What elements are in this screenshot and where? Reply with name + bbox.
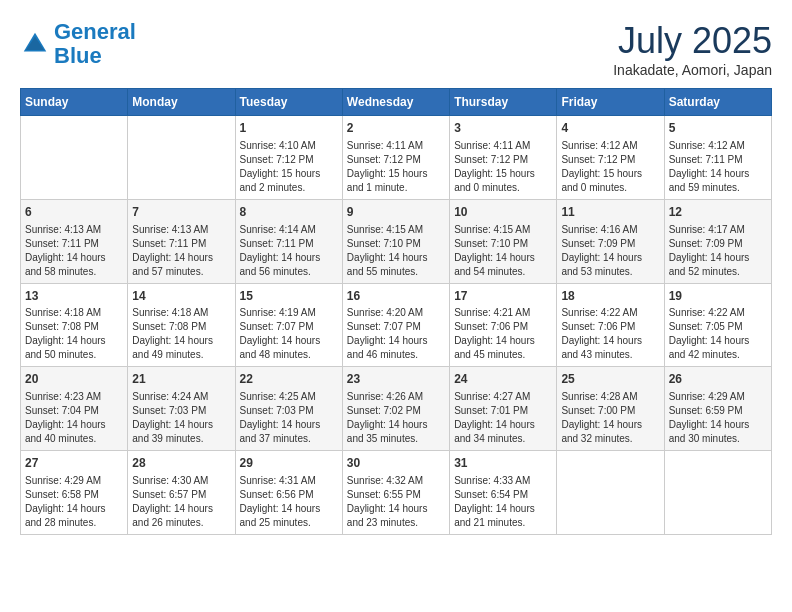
day-info: Sunrise: 4:23 AM Sunset: 7:04 PM Dayligh…: [25, 390, 123, 446]
day-number: 4: [561, 120, 659, 137]
day-info: Sunrise: 4:24 AM Sunset: 7:03 PM Dayligh…: [132, 390, 230, 446]
day-info: Sunrise: 4:25 AM Sunset: 7:03 PM Dayligh…: [240, 390, 338, 446]
calendar-cell: 18Sunrise: 4:22 AM Sunset: 7:06 PM Dayli…: [557, 283, 664, 367]
calendar-cell: 31Sunrise: 4:33 AM Sunset: 6:54 PM Dayli…: [450, 451, 557, 535]
day-number: 3: [454, 120, 552, 137]
calendar-week-row: 20Sunrise: 4:23 AM Sunset: 7:04 PM Dayli…: [21, 367, 772, 451]
calendar-week-row: 6Sunrise: 4:13 AM Sunset: 7:11 PM Daylig…: [21, 199, 772, 283]
day-info: Sunrise: 4:27 AM Sunset: 7:01 PM Dayligh…: [454, 390, 552, 446]
month-title: July 2025: [613, 20, 772, 62]
calendar-cell: 10Sunrise: 4:15 AM Sunset: 7:10 PM Dayli…: [450, 199, 557, 283]
day-number: 6: [25, 204, 123, 221]
day-number: 22: [240, 371, 338, 388]
calendar-cell: 27Sunrise: 4:29 AM Sunset: 6:58 PM Dayli…: [21, 451, 128, 535]
day-number: 17: [454, 288, 552, 305]
weekday-header: Thursday: [450, 89, 557, 116]
day-number: 28: [132, 455, 230, 472]
calendar-week-row: 13Sunrise: 4:18 AM Sunset: 7:08 PM Dayli…: [21, 283, 772, 367]
calendar-cell: 9Sunrise: 4:15 AM Sunset: 7:10 PM Daylig…: [342, 199, 449, 283]
calendar-cell: [557, 451, 664, 535]
day-info: Sunrise: 4:18 AM Sunset: 7:08 PM Dayligh…: [132, 306, 230, 362]
calendar-week-row: 27Sunrise: 4:29 AM Sunset: 6:58 PM Dayli…: [21, 451, 772, 535]
calendar-cell: 14Sunrise: 4:18 AM Sunset: 7:08 PM Dayli…: [128, 283, 235, 367]
day-info: Sunrise: 4:31 AM Sunset: 6:56 PM Dayligh…: [240, 474, 338, 530]
calendar-cell: 19Sunrise: 4:22 AM Sunset: 7:05 PM Dayli…: [664, 283, 771, 367]
day-number: 20: [25, 371, 123, 388]
day-info: Sunrise: 4:32 AM Sunset: 6:55 PM Dayligh…: [347, 474, 445, 530]
day-number: 1: [240, 120, 338, 137]
day-info: Sunrise: 4:29 AM Sunset: 6:58 PM Dayligh…: [25, 474, 123, 530]
calendar-cell: 7Sunrise: 4:13 AM Sunset: 7:11 PM Daylig…: [128, 199, 235, 283]
day-number: 26: [669, 371, 767, 388]
day-info: Sunrise: 4:16 AM Sunset: 7:09 PM Dayligh…: [561, 223, 659, 279]
day-info: Sunrise: 4:15 AM Sunset: 7:10 PM Dayligh…: [347, 223, 445, 279]
weekday-header: Saturday: [664, 89, 771, 116]
calendar-cell: 30Sunrise: 4:32 AM Sunset: 6:55 PM Dayli…: [342, 451, 449, 535]
title-block: July 2025 Inakadate, Aomori, Japan: [613, 20, 772, 78]
calendar-table: SundayMondayTuesdayWednesdayThursdayFrid…: [20, 88, 772, 535]
calendar-cell: 6Sunrise: 4:13 AM Sunset: 7:11 PM Daylig…: [21, 199, 128, 283]
logo-general: General: [54, 19, 136, 44]
day-info: Sunrise: 4:30 AM Sunset: 6:57 PM Dayligh…: [132, 474, 230, 530]
day-number: 13: [25, 288, 123, 305]
day-info: Sunrise: 4:11 AM Sunset: 7:12 PM Dayligh…: [454, 139, 552, 195]
day-number: 23: [347, 371, 445, 388]
calendar-cell: [128, 116, 235, 200]
day-number: 19: [669, 288, 767, 305]
day-info: Sunrise: 4:17 AM Sunset: 7:09 PM Dayligh…: [669, 223, 767, 279]
day-info: Sunrise: 4:12 AM Sunset: 7:12 PM Dayligh…: [561, 139, 659, 195]
day-number: 2: [347, 120, 445, 137]
calendar-cell: 24Sunrise: 4:27 AM Sunset: 7:01 PM Dayli…: [450, 367, 557, 451]
day-info: Sunrise: 4:11 AM Sunset: 7:12 PM Dayligh…: [347, 139, 445, 195]
calendar-week-row: 1Sunrise: 4:10 AM Sunset: 7:12 PM Daylig…: [21, 116, 772, 200]
day-info: Sunrise: 4:10 AM Sunset: 7:12 PM Dayligh…: [240, 139, 338, 195]
logo-text: General Blue: [54, 20, 136, 68]
calendar-cell: 5Sunrise: 4:12 AM Sunset: 7:11 PM Daylig…: [664, 116, 771, 200]
location: Inakadate, Aomori, Japan: [613, 62, 772, 78]
day-number: 21: [132, 371, 230, 388]
day-info: Sunrise: 4:13 AM Sunset: 7:11 PM Dayligh…: [132, 223, 230, 279]
day-info: Sunrise: 4:12 AM Sunset: 7:11 PM Dayligh…: [669, 139, 767, 195]
calendar-cell: 23Sunrise: 4:26 AM Sunset: 7:02 PM Dayli…: [342, 367, 449, 451]
page-header: General Blue July 2025 Inakadate, Aomori…: [20, 20, 772, 78]
calendar-cell: 3Sunrise: 4:11 AM Sunset: 7:12 PM Daylig…: [450, 116, 557, 200]
logo: General Blue: [20, 20, 136, 68]
day-info: Sunrise: 4:21 AM Sunset: 7:06 PM Dayligh…: [454, 306, 552, 362]
calendar-cell: [21, 116, 128, 200]
calendar-cell: 8Sunrise: 4:14 AM Sunset: 7:11 PM Daylig…: [235, 199, 342, 283]
day-number: 11: [561, 204, 659, 221]
calendar-cell: 16Sunrise: 4:20 AM Sunset: 7:07 PM Dayli…: [342, 283, 449, 367]
calendar-cell: 22Sunrise: 4:25 AM Sunset: 7:03 PM Dayli…: [235, 367, 342, 451]
day-info: Sunrise: 4:15 AM Sunset: 7:10 PM Dayligh…: [454, 223, 552, 279]
weekday-header: Tuesday: [235, 89, 342, 116]
day-number: 7: [132, 204, 230, 221]
calendar-cell: 29Sunrise: 4:31 AM Sunset: 6:56 PM Dayli…: [235, 451, 342, 535]
calendar-cell: 2Sunrise: 4:11 AM Sunset: 7:12 PM Daylig…: [342, 116, 449, 200]
weekday-header: Wednesday: [342, 89, 449, 116]
day-number: 29: [240, 455, 338, 472]
calendar-cell: [664, 451, 771, 535]
weekday-header: Monday: [128, 89, 235, 116]
calendar-cell: 15Sunrise: 4:19 AM Sunset: 7:07 PM Dayli…: [235, 283, 342, 367]
day-info: Sunrise: 4:13 AM Sunset: 7:11 PM Dayligh…: [25, 223, 123, 279]
day-info: Sunrise: 4:19 AM Sunset: 7:07 PM Dayligh…: [240, 306, 338, 362]
weekday-header: Sunday: [21, 89, 128, 116]
day-number: 18: [561, 288, 659, 305]
day-number: 25: [561, 371, 659, 388]
calendar-cell: 21Sunrise: 4:24 AM Sunset: 7:03 PM Dayli…: [128, 367, 235, 451]
day-number: 16: [347, 288, 445, 305]
calendar-cell: 12Sunrise: 4:17 AM Sunset: 7:09 PM Dayli…: [664, 199, 771, 283]
day-info: Sunrise: 4:22 AM Sunset: 7:06 PM Dayligh…: [561, 306, 659, 362]
calendar-cell: 1Sunrise: 4:10 AM Sunset: 7:12 PM Daylig…: [235, 116, 342, 200]
calendar-cell: 26Sunrise: 4:29 AM Sunset: 6:59 PM Dayli…: [664, 367, 771, 451]
day-number: 30: [347, 455, 445, 472]
day-number: 31: [454, 455, 552, 472]
day-info: Sunrise: 4:26 AM Sunset: 7:02 PM Dayligh…: [347, 390, 445, 446]
day-number: 27: [25, 455, 123, 472]
day-number: 5: [669, 120, 767, 137]
day-number: 14: [132, 288, 230, 305]
day-number: 9: [347, 204, 445, 221]
day-number: 15: [240, 288, 338, 305]
day-number: 24: [454, 371, 552, 388]
day-info: Sunrise: 4:18 AM Sunset: 7:08 PM Dayligh…: [25, 306, 123, 362]
